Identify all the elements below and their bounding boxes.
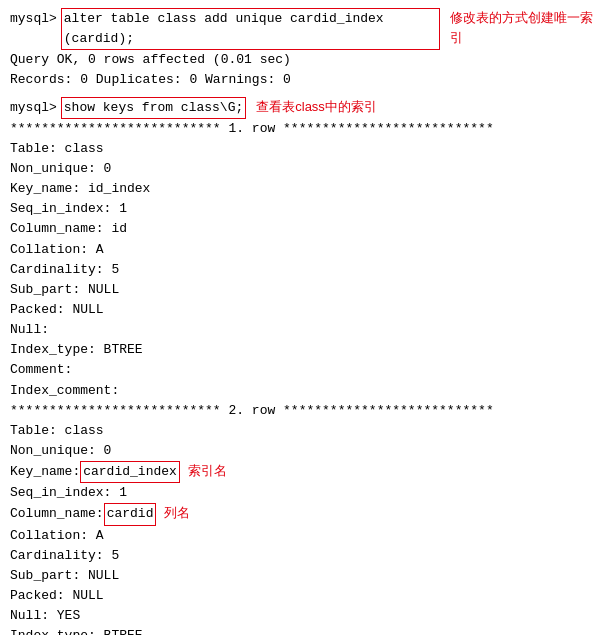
records-line: Records: 0 Duplicates: 0 Warnings: 0: [10, 70, 596, 90]
terminal-container: mysql> alter table class add unique card…: [10, 8, 596, 635]
annot-alter: 修改表的方式创建唯一索引: [450, 8, 596, 48]
prompt-2: mysql>: [10, 98, 57, 118]
row2-colname: Column_name: cardid列名: [10, 503, 596, 525]
keyname-box: cardid_index: [80, 461, 180, 483]
annot-showkeys: 查看表class中的索引: [256, 97, 377, 117]
cmd-showkeys: show keys from class\G;: [61, 97, 246, 119]
row2-keyname: Key_name: cardid_index索引名: [10, 461, 596, 483]
cmd-alter: alter table class add unique cardid_inde…: [61, 8, 440, 50]
row2-data: Table: class Non_unique: 0 Key_name: car…: [10, 421, 596, 635]
divider-row2: *************************** 2. row *****…: [10, 401, 596, 421]
row1-data: Table: class Non_unique: 0 Key_name: id_…: [10, 139, 596, 401]
prompt-1: mysql>: [10, 9, 57, 29]
divider-row1: *************************** 1. row *****…: [10, 119, 596, 139]
query-ok-line: Query OK, 0 rows affected (0.01 sec): [10, 50, 596, 70]
colname-box: cardid: [104, 503, 157, 525]
